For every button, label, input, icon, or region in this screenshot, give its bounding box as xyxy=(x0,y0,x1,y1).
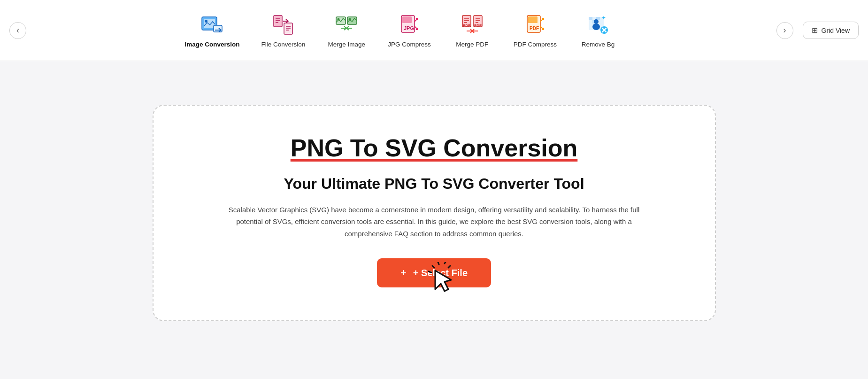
svg-text:PDF: PDF xyxy=(530,26,539,31)
conversion-card: PNG To SVG Conversion Your Ultimate PNG … xyxy=(153,105,716,322)
jpg-compress-icon: JPG xyxy=(397,13,422,37)
merge-pdf-icon: PDF PDF xyxy=(460,13,484,37)
nav-item-merge-image[interactable]: Merge Image xyxy=(318,8,375,53)
svg-text:PDF: PDF xyxy=(474,23,482,28)
grid-icon: ⊞ xyxy=(812,26,818,35)
svg-text:PDF: PDF xyxy=(463,23,470,28)
svg-line-41 xyxy=(540,26,544,30)
nav-bar: ‹ Image Conversion xyxy=(0,0,868,61)
nav-item-merge-image-label: Merge Image xyxy=(328,41,366,48)
svg-rect-21 xyxy=(402,16,412,23)
svg-rect-46 xyxy=(589,20,592,23)
nav-item-jpg-compress-label: JPG Compress xyxy=(388,41,431,48)
nav-item-file-conversion[interactable]: File Conversion xyxy=(253,8,314,53)
card-title: PNG To SVG Conversion xyxy=(291,134,578,162)
svg-text:JPG: JPG xyxy=(404,25,414,31)
nav-item-jpg-compress[interactable]: JPG JPG Compress xyxy=(379,8,439,53)
nav-item-merge-pdf-label: Merge PDF xyxy=(456,41,488,48)
svg-rect-3 xyxy=(214,25,222,32)
svg-text:✦: ✦ xyxy=(601,15,606,21)
svg-rect-10 xyxy=(284,23,292,34)
svg-rect-43 xyxy=(589,17,592,20)
svg-point-2 xyxy=(205,20,207,23)
nav-prev-button[interactable]: ‹ xyxy=(9,22,26,39)
card-subtitle: Your Ultimate PNG To SVG Converter Tool xyxy=(284,175,584,193)
image-conversion-icon xyxy=(200,13,224,37)
svg-rect-5 xyxy=(274,15,282,27)
nav-items: Image Conversion File Con xyxy=(26,8,776,53)
grid-view-label: Grid View xyxy=(822,27,850,34)
svg-line-24 xyxy=(415,26,418,30)
svg-rect-38 xyxy=(528,16,538,23)
nav-item-merge-pdf[interactable]: PDF PDF Merge PDF xyxy=(444,8,500,53)
nav-item-image-conversion[interactable]: Image Conversion xyxy=(176,8,248,53)
svg-line-40 xyxy=(540,18,544,22)
nav-item-pdf-compress[interactable]: PDF PDF Compress xyxy=(505,8,565,53)
nav-item-pdf-compress-label: PDF Compress xyxy=(514,41,557,48)
svg-point-49 xyxy=(592,23,600,30)
svg-point-48 xyxy=(594,19,599,24)
file-conversion-icon xyxy=(271,13,295,37)
nav-item-file-conversion-label: File Conversion xyxy=(261,41,306,48)
svg-line-23 xyxy=(415,18,418,22)
pdf-compress-icon: PDF xyxy=(523,13,547,37)
card-description: Scalable Vector Graphics (SVG) have beco… xyxy=(223,204,645,240)
nav-next-button[interactable]: › xyxy=(776,22,793,39)
nav-item-remove-bg-label: Remove Bg xyxy=(582,41,615,48)
remove-bg-icon: ✦ xyxy=(586,13,610,37)
main-content: PNG To SVG Conversion Your Ultimate PNG … xyxy=(0,61,868,379)
nav-item-remove-bg[interactable]: ✦ Remove Bg xyxy=(570,8,626,53)
merge-image-icon xyxy=(334,13,359,37)
plus-icon: + xyxy=(400,267,407,279)
select-file-label: + Select File xyxy=(413,268,468,278)
nav-item-image-conversion-label: Image Conversion xyxy=(184,41,239,48)
grid-view-button[interactable]: ⊞ Grid View xyxy=(803,22,859,39)
select-file-button[interactable]: + + Select File xyxy=(377,258,491,287)
